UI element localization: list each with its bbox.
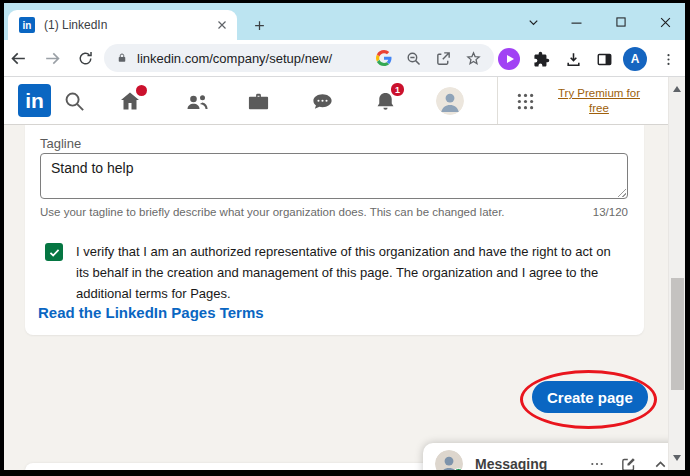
scrollbar-down-arrow-icon[interactable] xyxy=(673,455,681,461)
new-tab-button[interactable] xyxy=(247,13,271,37)
google-g-icon[interactable] xyxy=(376,50,392,66)
linkedin-favicon: in xyxy=(19,17,35,33)
linkedin-navbar: in 1 Try Premium for free xyxy=(4,77,685,125)
verify-row: I verify that I am an authorized represe… xyxy=(45,241,612,304)
close-button[interactable] xyxy=(652,10,678,34)
home-icon[interactable] xyxy=(117,88,143,114)
extensions-puzzle-icon[interactable] xyxy=(530,48,552,70)
download-icon[interactable] xyxy=(562,48,584,70)
profile-avatar[interactable] xyxy=(436,87,464,115)
side-panel-icon[interactable] xyxy=(593,48,615,70)
verify-statement: I verify that I am an authorized represe… xyxy=(76,241,612,304)
address-bar[interactable]: linkedin.com/company/setup/new/ xyxy=(104,44,494,72)
maximize-button[interactable] xyxy=(608,10,634,34)
nav-divider xyxy=(497,77,498,124)
page-scrollbar[interactable] xyxy=(668,77,685,470)
forward-icon[interactable] xyxy=(40,46,64,70)
notifications-badge: 1 xyxy=(389,81,406,98)
search-icon[interactable] xyxy=(61,88,87,114)
tagline-help-text: Use your tagline to briefly describe wha… xyxy=(40,206,505,218)
play-extension-icon[interactable] xyxy=(498,48,520,70)
linkedin-logo[interactable]: in xyxy=(18,84,51,117)
tab-search-chevron-icon[interactable] xyxy=(520,10,546,34)
browser-toolbar: linkedin.com/company/setup/new/ xyxy=(4,40,685,77)
browser-titlebar: in (1) LinkedIn xyxy=(4,3,685,40)
tagline-char-counter: 13/120 xyxy=(593,206,628,218)
screenshot-root: in (1) LinkedIn xyxy=(0,0,690,476)
chevron-up-icon[interactable] xyxy=(652,456,669,471)
page-content: Tagline Stand to help Use your tagline t… xyxy=(4,125,685,470)
try-premium-link[interactable]: Try Premium for free xyxy=(549,86,649,116)
minimize-button[interactable] xyxy=(563,10,589,34)
tab-close-icon[interactable] xyxy=(215,18,229,32)
network-icon[interactable] xyxy=(184,88,210,114)
jobs-briefcase-icon[interactable] xyxy=(245,88,271,114)
share-icon[interactable] xyxy=(435,50,452,67)
omnibox-actions xyxy=(376,50,482,67)
browser-profile-avatar[interactable]: A xyxy=(623,47,647,71)
compose-icon[interactable] xyxy=(620,456,637,471)
messaging-title: Messaging xyxy=(475,456,547,470)
scrollbar-thumb[interactable] xyxy=(671,278,684,390)
tab-title: (1) LinkedIn xyxy=(44,18,215,32)
url-text[interactable]: linkedin.com/company/setup/new/ xyxy=(137,51,332,66)
pages-terms-link[interactable]: Read the LinkedIn Pages Terms xyxy=(38,304,264,321)
bookmark-star-icon[interactable] xyxy=(465,50,482,67)
messaging-avatar xyxy=(435,450,463,470)
zoom-out-icon[interactable] xyxy=(405,50,422,67)
ellipsis-icon[interactable] xyxy=(589,456,605,470)
menu-dots-icon[interactable] xyxy=(657,48,679,70)
tagline-field-wrap: Stand to help xyxy=(40,153,628,199)
browser-tab[interactable]: in (1) LinkedIn xyxy=(8,10,237,40)
messaging-bubble-icon[interactable] xyxy=(309,88,335,114)
tagline-input[interactable]: Stand to help xyxy=(40,153,628,199)
apps-grid-icon[interactable] xyxy=(512,88,538,114)
messaging-dock[interactable]: Messaging xyxy=(423,443,685,470)
notifications-bell-icon[interactable]: 1 xyxy=(372,88,398,114)
back-icon[interactable] xyxy=(6,46,30,70)
online-presence-dot xyxy=(453,468,464,470)
tagline-helper-row: Use your tagline to briefly describe wha… xyxy=(40,206,628,218)
home-notification-dot xyxy=(136,85,147,96)
tagline-label: Tagline xyxy=(40,136,81,151)
reload-icon[interactable] xyxy=(73,46,97,70)
scrollbar-up-arrow-icon[interactable] xyxy=(673,86,681,92)
messaging-actions xyxy=(589,456,669,471)
create-page-button[interactable]: Create page xyxy=(532,381,648,413)
lock-icon[interactable] xyxy=(116,51,128,65)
browser-window: in (1) LinkedIn xyxy=(4,3,685,470)
company-setup-card: Tagline Stand to help Use your tagline t… xyxy=(25,125,644,335)
verify-checkbox[interactable] xyxy=(45,243,63,261)
